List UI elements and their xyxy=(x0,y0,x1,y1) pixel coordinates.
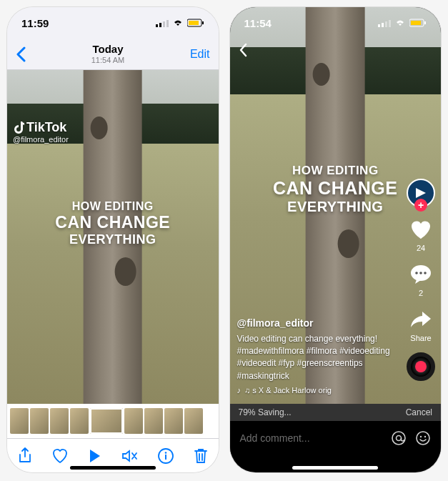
svg-rect-2 xyxy=(163,21,165,27)
music-note-icon: ♪ xyxy=(237,385,242,397)
play-button[interactable] xyxy=(86,447,104,465)
thumbnail[interactable] xyxy=(70,408,89,434)
username[interactable]: @filmora_editor xyxy=(237,316,392,330)
thumbnail-strip[interactable] xyxy=(7,404,219,438)
thumbnail[interactable] xyxy=(10,408,29,434)
svg-rect-12 xyxy=(385,21,387,27)
info-icon xyxy=(158,448,174,464)
watermark-brand: TikTok xyxy=(26,120,66,135)
status-time: 11:59 xyxy=(21,17,49,29)
svg-rect-13 xyxy=(389,20,391,27)
status-indicators xyxy=(378,19,427,27)
ios-photos-screen: 11:59 Today 11:54 AM Edit xyxy=(7,7,219,472)
home-indicator[interactable] xyxy=(292,466,378,470)
thumbnail[interactable] xyxy=(144,408,163,434)
watermark-handle: @filmora_editor xyxy=(13,135,69,144)
comment-icon xyxy=(409,264,432,285)
share-icon xyxy=(18,447,32,465)
video-metadata: @filmora_editor Video editing can change… xyxy=(237,316,392,397)
thumbnail[interactable] xyxy=(50,408,69,434)
trash-icon xyxy=(194,447,208,465)
ios-status-bar: 11:59 xyxy=(7,7,219,39)
mention-button[interactable] xyxy=(391,430,407,446)
chevron-left-icon xyxy=(239,43,247,57)
follow-plus-icon[interactable]: + xyxy=(414,199,427,212)
info-button[interactable] xyxy=(157,447,174,465)
profile-avatar[interactable]: + xyxy=(407,179,435,207)
saving-bar: 79% Saving... Cancel xyxy=(230,404,442,421)
action-rail: + 24 2 Share xyxy=(407,179,435,381)
comment-input[interactable]: Add comment... xyxy=(240,432,383,444)
speaker-mute-icon xyxy=(121,449,139,463)
sound-disc[interactable] xyxy=(407,352,435,381)
heart-icon xyxy=(51,448,69,464)
share-button[interactable] xyxy=(16,447,34,465)
photo-viewer[interactable]: TikTok @filmora_editor HOW EDITING CAN C… xyxy=(7,70,219,404)
svg-rect-0 xyxy=(156,24,158,27)
saving-status: 79% Saving... xyxy=(239,407,292,417)
svg-rect-15 xyxy=(411,21,421,25)
heart-icon xyxy=(409,219,432,240)
tiktok-logo-icon xyxy=(13,122,24,134)
favorite-button[interactable] xyxy=(51,447,69,465)
tiktok-status-bar: 11:54 xyxy=(230,7,442,39)
emoji-icon xyxy=(415,430,431,446)
nav-subtitle: 11:54 AM xyxy=(91,56,124,64)
tiktok-screen: 11:54 HOW EDITING CAN CHANGE EVERYTHING xyxy=(230,7,442,472)
status-time: 11:54 xyxy=(244,17,272,29)
thumbnail[interactable] xyxy=(124,408,143,434)
like-button[interactable]: 24 xyxy=(409,217,433,252)
svg-rect-6 xyxy=(202,21,204,24)
share-button[interactable]: Share xyxy=(409,307,433,342)
at-icon xyxy=(391,430,407,446)
back-button[interactable] xyxy=(239,43,247,57)
emoji-button[interactable] xyxy=(415,430,431,446)
svg-point-21 xyxy=(392,432,405,445)
music-info[interactable]: ♪ ♫ s X & Jack Harlow orig xyxy=(237,385,392,397)
nav-title-group: Today 11:54 AM xyxy=(91,44,124,64)
comment-count: 2 xyxy=(419,289,423,297)
status-indicators xyxy=(156,19,204,27)
delete-button[interactable] xyxy=(192,447,209,465)
thumbnail-selected[interactable] xyxy=(90,408,123,434)
video-overlay-text: HOW EDITING CAN CHANGE EVERYTHING xyxy=(240,164,430,215)
back-button[interactable] xyxy=(16,46,26,62)
thumbnail[interactable] xyxy=(184,408,203,434)
tiktok-watermark: TikTok @filmora_editor xyxy=(13,120,69,144)
nav-title: Today xyxy=(91,44,124,56)
thumbnail[interactable] xyxy=(164,408,183,434)
svg-point-23 xyxy=(417,432,429,445)
svg-point-25 xyxy=(424,436,426,437)
video-overlay-text: HOW EDITING CAN CHANGE EVERYTHING xyxy=(18,200,208,247)
svg-point-19 xyxy=(419,272,422,274)
thumbnail[interactable] xyxy=(30,408,49,434)
home-indicator[interactable] xyxy=(70,466,156,470)
svg-point-22 xyxy=(397,436,402,441)
ios-nav-bar: Today 11:54 AM Edit xyxy=(7,39,219,70)
svg-point-24 xyxy=(420,436,422,437)
svg-rect-16 xyxy=(424,21,426,24)
comment-button[interactable]: 2 xyxy=(409,262,433,297)
svg-point-20 xyxy=(424,272,427,274)
svg-point-18 xyxy=(415,272,418,274)
svg-rect-11 xyxy=(382,23,384,27)
share-arrow-icon xyxy=(409,309,432,329)
music-disc-icon xyxy=(407,352,435,381)
svg-rect-10 xyxy=(378,24,380,27)
svg-rect-9 xyxy=(165,455,166,460)
cancel-button[interactable]: Cancel xyxy=(406,407,432,417)
svg-rect-1 xyxy=(159,23,161,27)
svg-rect-5 xyxy=(189,21,199,25)
share-label: Share xyxy=(410,334,431,342)
like-count: 24 xyxy=(417,244,425,252)
caption[interactable]: Video editing can change everything! xyxy=(237,333,392,345)
play-icon xyxy=(89,449,101,463)
svg-point-8 xyxy=(164,452,166,454)
edit-button[interactable]: Edit xyxy=(190,48,210,61)
hashtags[interactable]: #madewithfilmora #filmora #videoediting … xyxy=(237,345,392,382)
mute-button[interactable] xyxy=(121,447,139,465)
svg-rect-3 xyxy=(166,20,169,27)
comment-bar: Add comment... xyxy=(230,421,442,455)
